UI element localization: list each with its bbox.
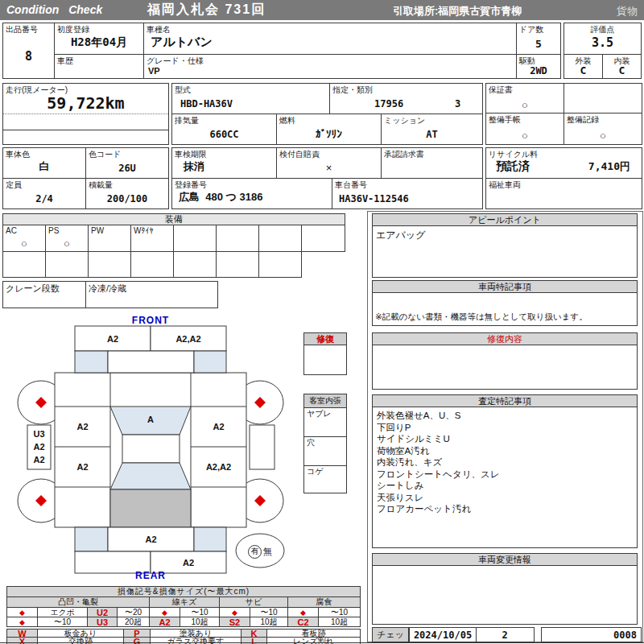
assessment-item: 荷物室A汚れ xyxy=(377,445,499,457)
cabin-tear-label: ヤブレ xyxy=(307,408,332,419)
drive-cell: 駆動 2WD xyxy=(516,54,561,79)
displacement-cell: 排気量 660CC xyxy=(171,114,277,145)
equipment-ac-value: ○ xyxy=(3,237,45,250)
score-label: 評価点 xyxy=(564,24,641,35)
legend-code: S2 xyxy=(229,617,240,627)
equipment-empty-cell xyxy=(88,251,131,278)
insurance-value: × xyxy=(277,162,381,174)
legend-code-u3: U3 xyxy=(87,617,118,627)
legend-text: 10超 xyxy=(260,617,277,628)
assessment-item: 内装汚れ、キズ xyxy=(377,456,499,469)
equipment-empty-cell xyxy=(2,251,46,278)
displacement-value: 660CC xyxy=(172,129,276,140)
maintenance-record-value: ○ xyxy=(564,130,642,142)
equipment-title: 装備 xyxy=(165,214,183,224)
assessment-item: フロントシートヘタリ、スレ xyxy=(377,469,499,481)
appeal-title: アピールポイント xyxy=(373,214,637,226)
equipment-empty-cell xyxy=(258,225,302,252)
load-cell: 積載量 200/100 xyxy=(85,178,169,209)
doors-label: ドア数 xyxy=(519,24,543,35)
cabin-interior-title: 客室内張 xyxy=(304,394,346,408)
model-name-value: アルトバン xyxy=(151,35,516,50)
warranty-value: ○ xyxy=(486,99,564,111)
chassis-number-label: 車台番号 xyxy=(335,180,367,191)
capacity-label: 定員 xyxy=(6,180,22,191)
assessment-item: 外装色褪せA、U、S xyxy=(377,410,499,422)
doors-value: 5 xyxy=(517,38,560,50)
equipment-empty-cell xyxy=(301,225,345,252)
legend-code: U2 xyxy=(97,608,108,617)
diamond-icon: ◆ xyxy=(19,618,25,626)
insurance-cell: 検付自賠責 × xyxy=(276,147,382,179)
maintenance-record-cell: 整備記録 ○ xyxy=(564,113,642,145)
serial-number-box: 0008 xyxy=(541,627,642,642)
legend-group-label: サビ xyxy=(246,597,262,608)
equipment-cell-pw: PW xyxy=(88,225,131,252)
legend-cell: 〜10 xyxy=(37,617,88,627)
pickup-location: 引取場所:福岡県古賀市青柳 xyxy=(393,4,522,19)
first-registration-label: 初度登録 xyxy=(57,24,89,35)
fridge-label: 冷凍/冷蔵 xyxy=(89,283,126,295)
load-label: 積載量 xyxy=(89,180,113,191)
capacity-cell: 定員 2/4 xyxy=(2,178,86,209)
legend-code-s2: S2 xyxy=(219,617,250,627)
class-cell: 指定・類別 17956 3 xyxy=(329,83,483,114)
equipment-cell-ps: PS ○ xyxy=(45,225,89,252)
left-rear-door-mark: A2 xyxy=(55,447,110,487)
legend-text: 10超 xyxy=(331,617,348,628)
legend-code: A2 xyxy=(159,617,170,627)
fuel-value: ｶﾞｿﾘﾝ xyxy=(277,128,381,140)
insurance-label: 検付自賠責 xyxy=(279,149,320,160)
spare-no: 無 xyxy=(263,546,272,558)
legend-cell: 20超 xyxy=(117,617,150,627)
check-date-box: 2024/10/05 2 xyxy=(409,627,535,642)
diamond-icon: ◆ xyxy=(232,609,237,617)
front-bumper-right-mark: A2,A2 xyxy=(151,326,226,351)
lot-number-cell: 出品番号 8 xyxy=(2,23,55,79)
equipment-ac-label: AC xyxy=(6,226,17,235)
repair-detail-title: 修復内容 xyxy=(373,333,637,345)
cargo-type: 貨物 xyxy=(617,4,638,19)
rear-gate-mark: A2 xyxy=(108,527,194,551)
interior-grade-value: C xyxy=(603,64,641,76)
repair-flag-box: 修復 xyxy=(303,332,347,375)
chassis-number-cell: 車台番号 HA36V-112546 xyxy=(332,178,483,209)
mileage-divider-dotted xyxy=(3,114,168,114)
cabin-interior-box: 客室内張 ヤブレ 穴 コゲ xyxy=(303,394,347,493)
recycle-fee-label: リサイクル料 xyxy=(489,149,538,160)
windshield-mark: A xyxy=(110,412,191,427)
legend-diamond-icon: ◆ xyxy=(6,617,38,627)
change-info-title: 車両変更情報 xyxy=(373,554,637,566)
assessment-item: 下回りP xyxy=(377,422,499,434)
equipment-pw-label: PW xyxy=(91,226,104,235)
diamond-icon: ◆ xyxy=(300,609,306,617)
maintenance-book-value: ○ xyxy=(486,130,564,142)
class-number-value: 17956 xyxy=(374,98,403,109)
mission-cell: ミッション AT xyxy=(381,114,483,145)
equipment-ps-label: PS xyxy=(48,226,59,235)
mission-label: ミッション xyxy=(384,115,425,126)
mission-value: AT xyxy=(382,129,482,140)
equipment-cell-wtire: Wﾀｲﾔ xyxy=(130,225,174,252)
legend-group-label: 腐食 xyxy=(316,597,332,608)
legend-text: 20超 xyxy=(125,617,142,628)
equipment-empty-cell xyxy=(130,251,174,278)
inspection-label: 車検期限 xyxy=(175,149,207,160)
lot-number-value: 8 xyxy=(3,49,54,64)
warranty-label: 保証書 xyxy=(489,85,513,96)
model-name-label: 車種名 xyxy=(147,24,171,35)
legend-group-scratch: 線キズ xyxy=(149,597,220,608)
equipment-empty-cell xyxy=(216,225,259,252)
check-count-value: 2 xyxy=(476,630,534,641)
rear-shelf-right xyxy=(194,527,226,551)
cabin-row-hole: 穴 xyxy=(304,436,346,466)
recycle-status-value: 預託済 xyxy=(496,159,530,174)
class-label: 指定・類別 xyxy=(332,85,373,96)
brand-logo: Condition Check xyxy=(6,3,102,16)
fridge-cell: 冷凍/冷蔵 xyxy=(85,281,218,308)
body-color-value: 白 xyxy=(3,159,85,174)
maintenance-book-cell: 整備手帳 ○ xyxy=(485,113,564,145)
legend-cell: 10超 xyxy=(318,617,361,627)
fuel-label: 燃料 xyxy=(279,115,295,126)
legend-group-corrosion: 腐食 xyxy=(287,597,361,608)
